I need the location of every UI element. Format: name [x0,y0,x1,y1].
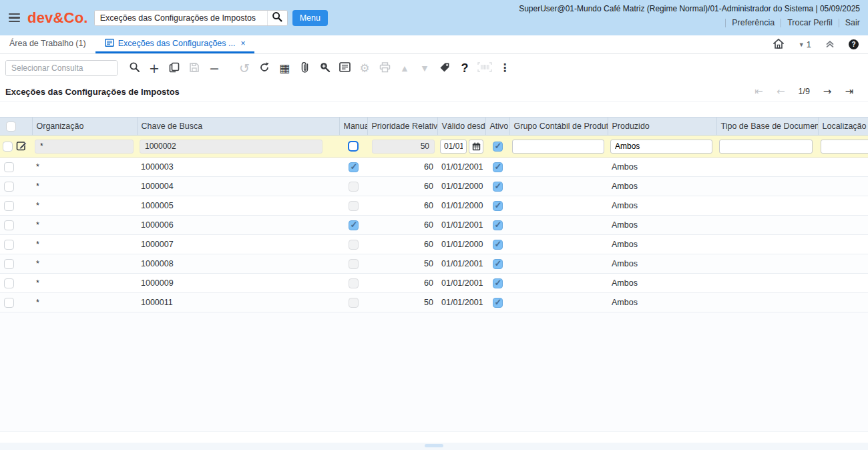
valid-from-input[interactable] [440,140,467,154]
table-row[interactable]: * 1000005 60 01/01/2000 Ambos [0,196,868,216]
query-select-input[interactable] [6,61,118,75]
product-group-input[interactable] [513,140,604,153]
cell-organization: * [32,177,137,196]
last-record-icon[interactable]: ⇥ [845,85,853,97]
tab-workspace[interactable]: Área de Trabalho (1) [0,35,95,53]
column-header-organization[interactable]: Organização [32,118,137,136]
global-search-input[interactable] [95,11,267,25]
row-select-checkbox[interactable] [4,201,14,211]
row-select-checkbox[interactable] [4,162,14,172]
next-record-icon[interactable]: → [823,85,832,97]
location-input[interactable] [821,140,868,154]
global-search [94,10,288,26]
preference-link[interactable]: Preferência [732,18,775,27]
first-record-icon[interactable]: ⇤ [754,85,763,97]
column-header-search-key[interactable]: Chave de Busca [137,118,339,136]
manual-checkbox[interactable] [349,162,359,172]
row-select-checkbox[interactable] [4,259,14,269]
edit-pencil-icon[interactable] [16,140,27,153]
print-button[interactable] [375,58,395,78]
doc-base-type-input[interactable] [720,140,813,153]
table-row[interactable]: * 1000008 50 01/01/2001 Ambos [0,254,868,274]
manual-checkbox[interactable] [349,240,359,250]
more-options-button[interactable]: ⋮ [495,58,515,78]
table-row[interactable]: * 1000007 60 01/01/2000 Ambos [0,235,868,254]
find-record-button[interactable] [124,58,144,78]
scan-barcode-button[interactable] [475,58,495,78]
manual-checkbox[interactable] [349,278,359,288]
manual-checkbox[interactable] [349,201,359,211]
column-header-location[interactable]: Localização do [818,118,868,136]
table-row[interactable]: * 1000011 50 01/01/2001 Ambos [0,293,868,312]
row-select-checkbox[interactable] [4,298,14,308]
calendar-icon[interactable] [469,140,483,154]
cell-location [818,158,868,177]
home-icon[interactable] [773,38,785,51]
parent-record-button[interactable]: ▲ [395,58,415,78]
active-checkbox[interactable] [493,259,503,269]
switch-role-link[interactable]: Trocar Perfil [787,18,833,27]
zoom-across-button[interactable] [314,58,335,78]
column-header-priority[interactable]: Prioridade Relativa [367,118,437,136]
manual-checkbox[interactable] [349,298,359,308]
search-button[interactable] [267,11,287,25]
window-help-button[interactable]: ? [455,58,475,78]
active-checkbox[interactable] [493,162,503,172]
row-select-checkbox[interactable] [4,220,14,230]
splitter-handle[interactable] [425,444,443,447]
priority-input[interactable] [372,140,435,154]
active-checkbox[interactable] [493,182,503,192]
row-select-checkbox[interactable] [4,278,14,288]
tab-close-icon[interactable]: × [240,39,245,48]
select-all-checkbox[interactable] [6,122,16,132]
report-button[interactable] [335,58,355,78]
column-header-doc-base-type[interactable]: Tipo de Base de Documento [716,118,818,136]
undo-button[interactable]: ↺ [234,58,254,78]
save-button[interactable] [184,58,204,78]
attachment-button[interactable] [294,58,314,78]
active-checkbox[interactable] [493,298,503,308]
column-header-active[interactable]: Ativo [485,118,509,136]
active-checkbox[interactable] [493,220,503,230]
manual-checkbox[interactable] [349,220,359,230]
organization-input[interactable] [35,140,134,154]
detail-record-button[interactable]: ▼ [415,58,435,78]
copy-record-button[interactable] [164,58,184,78]
collapse-header-icon[interactable] [825,39,835,50]
app-logo[interactable]: dev&Co. [27,9,88,27]
hamburger-menu-icon[interactable] [9,13,20,23]
toggle-grid-button[interactable]: ▦ [274,58,294,78]
row-select-checkbox[interactable] [4,182,14,192]
column-header-manual[interactable]: Manual [339,118,367,136]
active-checkbox[interactable] [493,240,503,250]
tab-tax-config-exceptions[interactable]: Exceções das Configurações ... × [95,35,255,53]
open-windows-dropdown[interactable]: ▼ 1 [799,39,811,49]
row-select-checkbox[interactable] [4,240,14,250]
refresh-button[interactable] [254,58,274,78]
cell-produced: Ambos [608,177,716,196]
logout-link[interactable]: Sair [845,18,860,27]
delete-record-button[interactable]: − [204,58,224,78]
table-row[interactable]: * 1000009 60 01/01/2001 Ambos [0,274,868,293]
column-header-produced[interactable]: Produzido [608,118,716,136]
manual-checkbox[interactable] [348,141,359,152]
manual-checkbox[interactable] [349,259,359,269]
active-checkbox[interactable] [493,278,503,288]
column-header-product-group[interactable]: Grupo Contábil de Produto [509,118,608,136]
column-header-valid-from[interactable]: Válido desde [437,118,485,136]
table-row[interactable]: * 1000006 60 01/01/2001 Ambos [0,216,868,235]
new-record-button[interactable]: + [144,58,164,78]
active-checkbox[interactable] [493,201,503,211]
active-checkbox[interactable] [493,142,503,152]
search-key-input[interactable] [140,140,322,154]
table-row[interactable]: * 1000003 60 01/01/2001 Ambos [0,158,868,177]
process-button[interactable]: ⚙ [355,58,375,78]
produced-input[interactable] [611,140,712,153]
label-button[interactable] [435,58,455,78]
help-icon[interactable]: ? [849,39,859,49]
row-select-checkbox[interactable] [3,142,13,152]
previous-record-icon[interactable]: ← [777,85,785,97]
table-row[interactable]: * 1000004 60 01/01/2000 Ambos [0,177,868,196]
menu-button[interactable]: Menu [292,10,328,26]
manual-checkbox[interactable] [349,182,359,192]
